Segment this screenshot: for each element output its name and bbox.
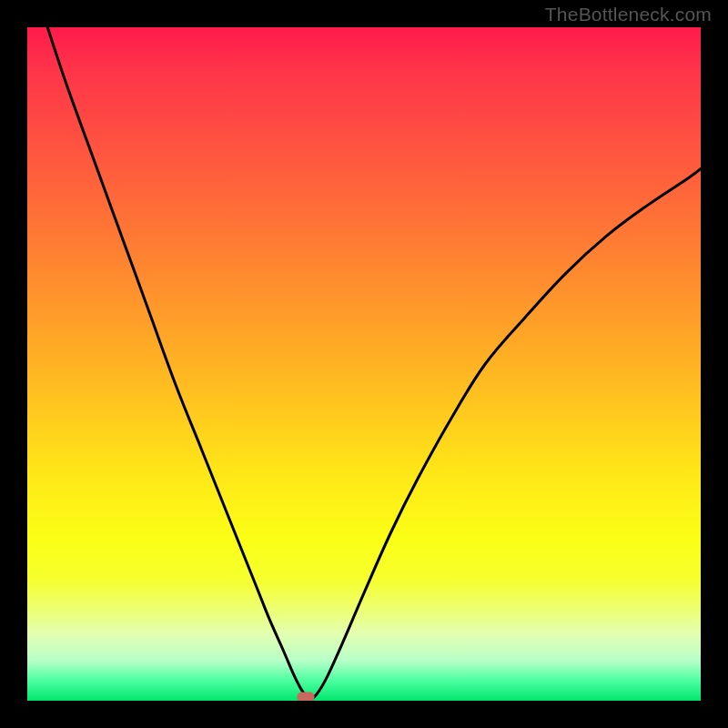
plot-area <box>27 27 701 701</box>
watermark-text: TheBottleneck.com <box>545 4 712 25</box>
bottleneck-curve <box>47 27 701 700</box>
optimum-marker <box>297 692 314 701</box>
curve-svg <box>27 27 701 701</box>
